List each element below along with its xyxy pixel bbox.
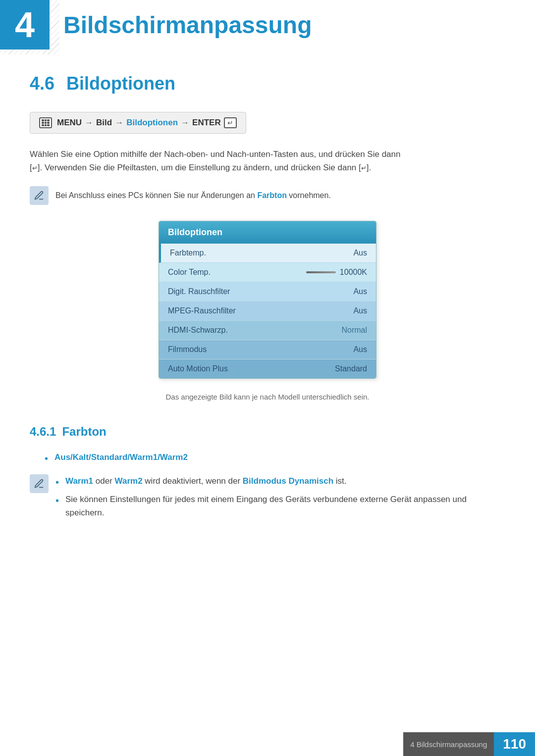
note-pencil-icon [30, 186, 49, 205]
note-bullets-section: Warm1 oder Warm2 wird deaktiviert, wenn … [30, 474, 505, 535]
menu-row-farbtemp-value: Aus [353, 249, 367, 257]
note-text: Bei Anschluss eines PCs können Sie nur Ä… [55, 186, 331, 202]
screenshot-caption: Das angezeigte Bild kann je nach Modell … [30, 393, 505, 401]
page-header: 4 Bildschirmanpassung [0, 0, 535, 50]
enter-icon: ↵ [224, 117, 237, 128]
menu-label: MENU [57, 118, 82, 128]
menu-path: MENU → Bild → Bildoptionen → ENTER ↵ [30, 112, 246, 134]
menu-row-automotion-value: Standard [335, 364, 367, 373]
menu-row-mpeg-value: Aus [353, 306, 367, 315]
subsection-heading: 4.6.1Farbton [30, 425, 505, 439]
warm2-label: Warm2 [115, 476, 143, 486]
menu-arrow-2: → [115, 118, 123, 128]
ist-text: ist. [336, 476, 347, 486]
section-title: Bildoptionen [66, 73, 175, 94]
bildmodus-label: Bildmodus Dynamisch [243, 476, 333, 486]
menu-row-farbtemp-label: Farbtemp. [170, 249, 206, 257]
bullet-item-options: Aus/Kalt/Standard/Warm1/Warm2 [45, 451, 505, 464]
menu-screenshot-header: Bildoptionen [159, 221, 376, 244]
oder-text: oder [96, 476, 115, 486]
menu-arrow-1: → [85, 118, 93, 128]
warm1-label: Warm1 [65, 476, 93, 486]
menu-grid-icon [42, 119, 50, 126]
menu-row-colortemp-value: 10000K [340, 268, 367, 277]
note-pencil-icon-2 [30, 474, 49, 493]
note-bullet-1: Warm1 oder Warm2 wird deaktiviert, wenn … [55, 474, 505, 488]
note-box: Bei Anschluss eines PCs können Sie nur Ä… [30, 186, 505, 205]
color-temp-bar: 10000K [306, 268, 367, 277]
footer-page-number: 110 [494, 732, 535, 756]
farbton-options: Aus/Kalt/Standard/Warm1/Warm2 [54, 453, 188, 462]
menu-row-colortemp-label: Color Temp. [168, 268, 211, 277]
description-line1: Wählen Sie eine Option mithilfe der Nach… [30, 150, 400, 159]
note-bullet-list: Warm1 oder Warm2 wird deaktiviert, wenn … [55, 474, 505, 525]
chapter-number-block: 4 [0, 0, 50, 50]
menu-row-automotion-label: Auto Motion Plus [168, 364, 228, 373]
note-bullet-2: Sie können Einstellungen für jedes mit e… [55, 493, 505, 519]
save-settings-text: Sie können Einstellungen für jedes mit e… [65, 495, 467, 517]
menu-row-hdmi-value: Normal [341, 326, 367, 335]
chapter-title-block: Bildschirmanpassung [50, 0, 312, 50]
menu-row-colortemp: Color Temp. 10000K [159, 263, 376, 282]
menu-row-digit-value: Aus [353, 287, 367, 296]
menu-enter-label: ENTER [192, 118, 221, 128]
subsection-title: Farbton [62, 425, 106, 438]
menu-row-film: Filmmodus Aus [159, 340, 376, 359]
main-content: 4.6Bildoptionen MENU → Bild → Bildoption… [0, 73, 535, 574]
menu-row-hdmi-label: HDMI-Schwarzp. [168, 326, 228, 335]
menu-arrow-3: → [181, 118, 189, 128]
subsection-number: 4.6.1 [30, 425, 56, 438]
chapter-title: Bildschirmanpassung [63, 11, 312, 39]
menu-screenshot: Bildoptionen Farbtemp. Aus Color Temp. 1… [159, 221, 376, 379]
page-footer: 4 Bildschirmanpassung 110 [403, 732, 535, 756]
chapter-number: 4 [15, 4, 35, 45]
farbton-bullet-list: Aus/Kalt/Standard/Warm1/Warm2 [45, 451, 505, 464]
menu-row-film-label: Filmmodus [168, 345, 207, 354]
menu-icon [39, 117, 52, 128]
menu-bildoptionen: Bildoptionen [126, 118, 178, 128]
deactivated-text: wird deaktiviert, wenn der [145, 476, 242, 486]
note-icon-col [30, 474, 49, 535]
menu-row-digit-label: Digit. Rauschfilter [168, 287, 230, 296]
menu-row-mpeg-label: MPEG-Rauschfilter [168, 306, 236, 315]
section-number: 4.6 [30, 73, 54, 94]
menu-row-film-value: Aus [353, 345, 367, 354]
menu-row-automotion: Auto Motion Plus Standard [159, 359, 376, 378]
menu-bild: Bild [96, 118, 112, 128]
menu-row-farbtemp: Farbtemp. Aus [159, 244, 376, 263]
section-heading: 4.6Bildoptionen [30, 73, 505, 94]
menu-row-digit: Digit. Rauschfilter Aus [159, 282, 376, 302]
footer-chapter-text: 4 Bildschirmanpassung [403, 736, 494, 753]
menu-row-hdmi: HDMI-Schwarzp. Normal [159, 321, 376, 340]
temp-bar-visual [306, 271, 336, 273]
menu-row-mpeg: MPEG-Rauschfilter Aus [159, 302, 376, 321]
description-text: Wählen Sie eine Option mithilfe der Nach… [30, 148, 505, 174]
